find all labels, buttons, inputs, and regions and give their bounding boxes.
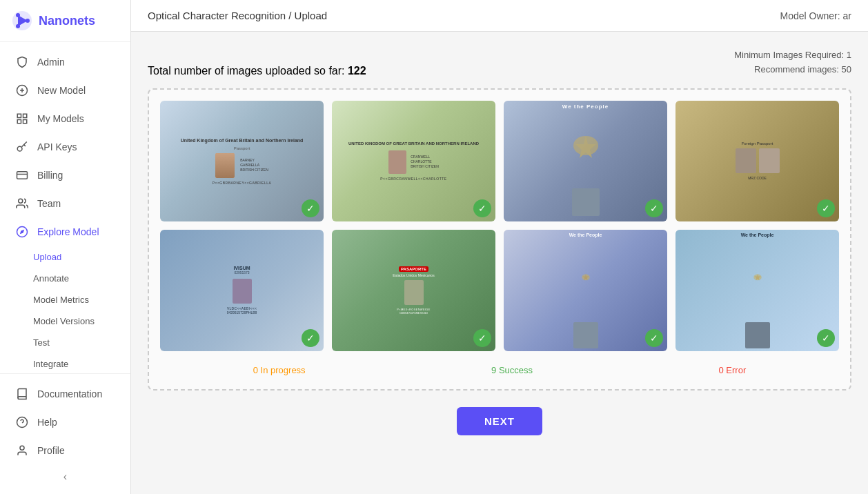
total-images-label: Total number of images uploaded so far: xyxy=(148,65,345,77)
sub-nav-model-metrics[interactable]: Model Metrics xyxy=(0,289,130,310)
sidebar-label-explore-model: Explore Model xyxy=(37,226,99,237)
page-header: Optical Character Recognition / Upload M… xyxy=(131,0,868,32)
sidebar-label-help: Help xyxy=(37,417,57,428)
status-error: 0 Error xyxy=(719,365,747,375)
app-name: Nanonets xyxy=(39,14,95,28)
plus-circle-icon xyxy=(15,83,29,97)
svg-point-2 xyxy=(16,13,20,17)
compass-icon xyxy=(15,225,29,239)
image-item: PASAPORTE Estados Unidos Mexicanos P<MEX… xyxy=(332,230,495,351)
sidebar-label-team: Team xyxy=(37,198,61,209)
user-icon xyxy=(15,444,29,457)
total-images-count: 122 xyxy=(348,65,366,77)
sub-nav-upload[interactable]: Upload xyxy=(0,246,130,268)
image-item: United Kingdom of Great Britain and Nort… xyxy=(160,101,324,222)
image-item: We the People ✓ xyxy=(504,230,667,351)
shield-icon xyxy=(15,55,29,69)
collapse-icon: ‹ xyxy=(63,471,67,483)
status-success: 9 Success xyxy=(491,365,533,375)
sidebar-item-new-model[interactable]: New Model xyxy=(4,77,126,104)
check-badge: ✓ xyxy=(645,199,663,217)
collapse-button[interactable]: ‹ xyxy=(0,465,130,488)
sidebar: Nanonets Admin New Model My Models xyxy=(0,0,131,494)
sidebar-item-api-keys[interactable]: API Keys xyxy=(4,133,126,161)
sidebar-label-my-models: My Models xyxy=(37,113,84,124)
svg-rect-10 xyxy=(17,120,21,124)
status-row: 0 In progress 9 Success 0 Error xyxy=(160,359,839,378)
svg-point-4 xyxy=(26,19,30,23)
svg-rect-13 xyxy=(17,172,28,179)
sidebar-label-admin: Admin xyxy=(37,57,65,68)
sidebar-item-documentation[interactable]: Documentation xyxy=(4,380,126,408)
breadcrumb: Optical Character Recognition / Upload xyxy=(148,10,327,21)
sidebar-item-profile[interactable]: Profile xyxy=(4,437,126,464)
next-button[interactable]: NEXT xyxy=(457,407,542,435)
image-grid: United Kingdom of Great Britain and Nort… xyxy=(160,101,839,351)
image-item: UNITED KINGDOM OF GREAT BRITAIN AND NORT… xyxy=(332,101,495,222)
sidebar-item-billing[interactable]: Billing xyxy=(4,161,126,189)
recommend-images: Recommend images: 50 xyxy=(734,63,851,77)
status-in-progress: 0 In progress xyxy=(253,365,306,375)
check-badge: ✓ xyxy=(817,199,835,217)
model-owner: Model Owner: ar xyxy=(780,10,851,21)
sidebar-label-documentation: Documentation xyxy=(37,388,102,399)
total-images-text: Total number of images uploaded so far: … xyxy=(148,65,366,77)
svg-rect-9 xyxy=(23,114,27,117)
svg-point-12 xyxy=(17,146,22,151)
check-badge: ✓ xyxy=(302,199,319,217)
users-icon xyxy=(15,197,29,210)
book-icon xyxy=(15,387,29,401)
stats-row: Total number of images uploaded so far: … xyxy=(148,48,851,77)
check-badge: ✓ xyxy=(645,329,663,347)
sidebar-item-explore-model[interactable]: Explore Model xyxy=(4,218,126,246)
card-icon xyxy=(15,168,29,182)
check-badge: ✓ xyxy=(473,329,491,347)
page-content: Total number of images uploaded so far: … xyxy=(131,32,868,494)
logo-area[interactable]: Nanonets xyxy=(0,0,130,42)
sub-nav-test[interactable]: Test xyxy=(0,332,130,353)
svg-point-3 xyxy=(16,24,20,28)
sidebar-label-billing: Billing xyxy=(37,170,63,181)
svg-rect-11 xyxy=(23,120,27,124)
next-section: NEXT xyxy=(148,391,851,452)
upload-area[interactable]: United Kingdom of Great Britain and Nort… xyxy=(148,88,851,391)
svg-marker-17 xyxy=(20,230,24,234)
sub-nav-annotate[interactable]: Annotate xyxy=(0,268,130,289)
sidebar-item-help[interactable]: Help xyxy=(4,408,126,436)
sidebar-label-new-model: New Model xyxy=(37,85,86,96)
sidebar-item-team[interactable]: Team xyxy=(4,190,126,217)
sidebar-label-api-keys: API Keys xyxy=(37,141,77,152)
svg-point-15 xyxy=(19,199,23,203)
sidebar-bottom: Documentation Help Profile ‹ xyxy=(0,373,130,494)
check-badge: ✓ xyxy=(817,329,835,347)
svg-point-20 xyxy=(20,446,24,450)
image-item: We the People ✓ xyxy=(675,230,839,351)
sidebar-item-admin[interactable]: Admin xyxy=(4,48,126,76)
logo-icon xyxy=(11,10,33,32)
image-item: We the People ✓ xyxy=(504,101,667,222)
svg-rect-8 xyxy=(17,114,21,117)
sub-nav-integrate[interactable]: Integrate xyxy=(0,353,130,373)
image-item: IVISUM 02951573 VLDC<<AEBI<<< 0429515729… xyxy=(160,230,324,351)
help-circle-icon xyxy=(15,415,29,429)
grid-icon xyxy=(15,112,29,126)
image-requirements: Minimum Images Required: 1 Recommend ima… xyxy=(734,48,851,77)
check-badge: ✓ xyxy=(473,199,491,217)
key-icon xyxy=(15,140,29,154)
sub-nav-model-versions[interactable]: Model Versions xyxy=(0,310,130,332)
check-badge: ✓ xyxy=(302,329,319,347)
min-images: Minimum Images Required: 1 xyxy=(734,48,851,63)
image-item: Foreign Passport MRZ CODE ✓ xyxy=(675,101,839,222)
sidebar-nav: Admin New Model My Models API Keys xyxy=(0,42,130,373)
sidebar-label-profile: Profile xyxy=(37,445,65,456)
sidebar-item-my-models[interactable]: My Models xyxy=(4,105,126,132)
main-content: Optical Character Recognition / Upload M… xyxy=(131,0,868,494)
